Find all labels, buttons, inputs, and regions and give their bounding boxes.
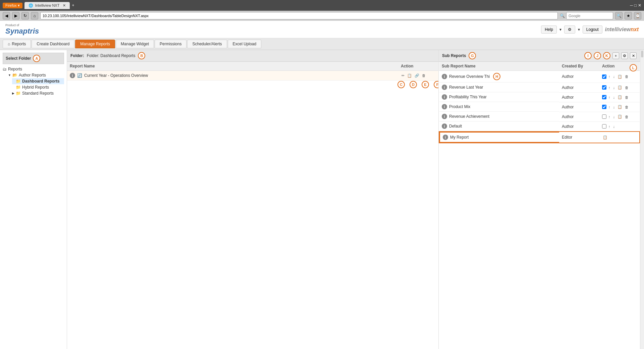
product-of-label: Product of bbox=[5, 23, 39, 27]
search-button[interactable]: 🔍 bbox=[615, 12, 623, 19]
table-row[interactable]: i Revenue Overview Thi H Author ↑ ↓ 📋 🗑 … bbox=[439, 71, 640, 83]
delete-icon-3[interactable]: 🗑 bbox=[624, 105, 629, 109]
tree-root-reports[interactable]: 🗂 Reports bbox=[3, 66, 64, 72]
up-icon-3[interactable]: ↑ bbox=[608, 105, 611, 109]
annotation-a: A bbox=[33, 55, 40, 62]
tab-reports[interactable]: ⌂ Reports bbox=[3, 40, 31, 48]
annotation-d: D bbox=[410, 81, 417, 88]
down-icon-0[interactable]: ↓ bbox=[612, 74, 616, 79]
down-icon-4[interactable]: ↓ bbox=[612, 114, 616, 119]
check-0[interactable] bbox=[602, 74, 606, 79]
check-1[interactable] bbox=[602, 85, 606, 90]
check-4[interactable] bbox=[602, 114, 606, 119]
tab-permissions[interactable]: Permissions bbox=[155, 40, 186, 48]
up-icon-4[interactable]: ↑ bbox=[608, 114, 611, 119]
info-icon-4[interactable]: i bbox=[442, 114, 447, 119]
up-icon-0[interactable]: ↑ bbox=[608, 74, 611, 79]
info-icon-0[interactable]: i bbox=[442, 74, 447, 79]
sub-report-name-cell-5: i Default bbox=[439, 121, 559, 131]
up-icon-2[interactable]: ↑ bbox=[608, 95, 611, 100]
tab-manage-reports[interactable]: Manage Reports bbox=[75, 40, 115, 48]
search-input[interactable] bbox=[566, 12, 613, 19]
down-icon-3[interactable]: ↓ bbox=[612, 105, 616, 109]
settings-button[interactable]: ⚙ bbox=[564, 26, 575, 34]
delete-icon[interactable]: 🗑 bbox=[421, 73, 426, 78]
tree-standard-reports-label: Standard Reports bbox=[22, 91, 54, 96]
tree-standard-reports[interactable]: ▶ 📁 Standard Reports bbox=[12, 90, 64, 96]
delete-icon-2[interactable]: 🗑 bbox=[624, 95, 629, 100]
delete-icon-4[interactable]: 🗑 bbox=[624, 114, 629, 119]
copy-icon-2[interactable]: 📋 bbox=[617, 95, 623, 100]
logout-button[interactable]: Logout bbox=[583, 26, 602, 34]
close-button[interactable]: ✕ bbox=[638, 3, 641, 8]
table-row[interactable]: i 🔄 Current Year - Operations Overview ✏… bbox=[67, 71, 438, 81]
refresh-button[interactable]: ↻ bbox=[21, 12, 29, 19]
copy-icon-0[interactable]: 📋 bbox=[617, 74, 623, 79]
tab-excel-upload[interactable]: Excel Upload bbox=[228, 40, 262, 48]
table-row[interactable]: i Revenue Last Year Author ↑ ↓ 📋 🗑 bbox=[439, 83, 640, 92]
right-scrollbar[interactable] bbox=[640, 50, 644, 349]
new-tab-button[interactable]: + bbox=[72, 3, 74, 8]
delete-icon-0[interactable]: 🗑 bbox=[624, 74, 629, 79]
link-icon[interactable]: 🔗 bbox=[414, 73, 420, 78]
info-icon-3[interactable]: i bbox=[442, 104, 447, 109]
table-row[interactable]: i Default Author ↑ ↓ bbox=[439, 121, 640, 132]
table-row[interactable]: i Profitability This Year Author ↑ ↓ 📋 🗑 bbox=[439, 92, 640, 102]
tab-close[interactable]: ✕ bbox=[63, 3, 66, 8]
info-icon-6[interactable]: i bbox=[443, 135, 448, 140]
up-icon-5[interactable]: ↑ bbox=[608, 124, 611, 129]
forward-button[interactable]: ▶ bbox=[12, 12, 19, 19]
sub-report-created-2: Author bbox=[559, 92, 599, 102]
table-row[interactable]: i Revenue Achievement Author ↑ ↓ 📋 🗑 bbox=[439, 112, 640, 121]
info-icon-1[interactable]: i bbox=[442, 85, 447, 90]
copy-icon-1[interactable]: 📋 bbox=[617, 85, 623, 90]
delete-icon-1[interactable]: 🗑 bbox=[624, 85, 629, 90]
back-button[interactable]: ◀ bbox=[3, 12, 10, 19]
delete-icon-6[interactable]: 📋 bbox=[602, 135, 608, 140]
help-dropdown-icon[interactable]: ▾ bbox=[559, 27, 561, 32]
tab-create-dashboard[interactable]: Create Dashboard bbox=[32, 40, 74, 48]
tree-dashboard-reports[interactable]: ▶ 📁 Dashboard Reports bbox=[12, 78, 64, 84]
check-2[interactable] bbox=[602, 95, 606, 99]
sub-reports-add-button[interactable]: + bbox=[612, 52, 619, 59]
home-button[interactable]: ⌂ bbox=[31, 12, 38, 19]
tree-root-label: Reports bbox=[8, 67, 22, 71]
copy-icon[interactable]: 📋 bbox=[407, 73, 413, 78]
report-action-cell: ✏ 📋 🔗 🗑 C D E F bbox=[398, 71, 438, 81]
help-button[interactable]: Help bbox=[541, 26, 557, 34]
annotation-b: B bbox=[138, 52, 145, 59]
annotation-i: I bbox=[584, 52, 592, 59]
table-row[interactable]: i Product Mix Author ↑ ↓ 📋 🗑 bbox=[439, 102, 640, 112]
firefox-button[interactable]: Firefox ▾ bbox=[3, 3, 22, 8]
minimize-button[interactable]: ─ bbox=[630, 3, 633, 8]
copy-icon-4[interactable]: 📋 bbox=[617, 114, 623, 119]
maximize-button[interactable]: □ bbox=[634, 3, 637, 8]
down-icon-1[interactable]: ↓ bbox=[612, 85, 616, 90]
address-bar[interactable] bbox=[40, 12, 558, 19]
sub-reports-table-head: Sub Report Name Created By Action bbox=[439, 62, 640, 71]
app-header: Product of Synaptris Help ▾ ⚙ ▾ Logout i… bbox=[0, 21, 644, 38]
info-icon-5[interactable]: i bbox=[442, 123, 447, 129]
col-sub-report-name: Sub Report Name bbox=[439, 62, 559, 71]
tree-hybrid-reports[interactable]: ▶ 📁 Hybrid Reports bbox=[12, 84, 64, 90]
sub-reports-action-buttons: I J K + ⚙ ✕ bbox=[584, 52, 637, 59]
tab-manage-widget[interactable]: Manage Widget bbox=[116, 40, 154, 48]
check-5[interactable] bbox=[602, 124, 606, 129]
sub-report-action-0: ↑ ↓ 📋 🗑 L bbox=[599, 71, 640, 83]
edit-icon[interactable]: ✏ bbox=[401, 73, 405, 78]
info-icon-2[interactable]: i bbox=[442, 94, 447, 100]
tab-scheduler-alerts[interactable]: Scheduler/Alerts bbox=[187, 40, 227, 48]
down-icon-5[interactable]: ↓ bbox=[612, 124, 616, 129]
settings-dropdown-icon[interactable]: ▾ bbox=[578, 27, 580, 32]
sub-reports-settings-button[interactable]: ⚙ bbox=[621, 52, 628, 59]
sub-reports-close-button[interactable]: ✕ bbox=[630, 52, 637, 59]
info-icon[interactable]: i bbox=[70, 73, 75, 78]
history-button[interactable]: ⌚ bbox=[634, 12, 641, 19]
copy-icon-3[interactable]: 📋 bbox=[617, 104, 623, 109]
table-row[interactable]: M i My Report Editor 📋 bbox=[439, 132, 640, 143]
bookmark-button[interactable]: ★ bbox=[625, 12, 632, 19]
up-icon-1[interactable]: ↑ bbox=[608, 85, 611, 90]
down-icon-2[interactable]: ↓ bbox=[612, 95, 616, 100]
tree-author-reports[interactable]: ▼ 📂 Author Reports bbox=[8, 72, 64, 78]
check-3[interactable] bbox=[602, 105, 606, 109]
